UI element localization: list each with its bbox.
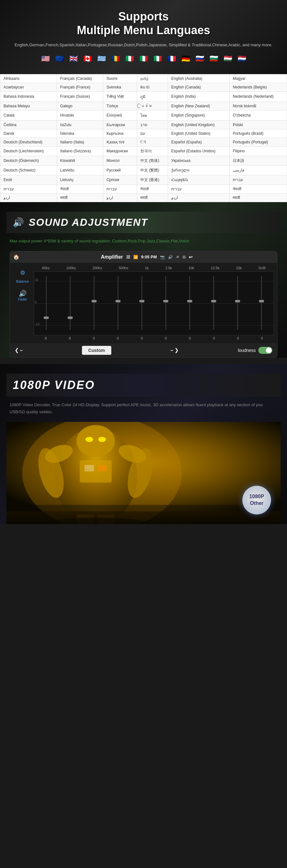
lang-table-cell: English (Singapore) <box>168 110 229 120</box>
amp-prev-button[interactable]: ❮ •• <box>15 347 23 353</box>
eq-slider-thumb[interactable] <box>163 300 168 303</box>
lang-table-row: Deutsch (Liechtenstein)Italiano (Svizzer… <box>0 146 287 156</box>
eq-freq-value: 0 <box>185 336 194 340</box>
lang-table-row: DanskÍslenskaКыргызчаעםEnglish (United S… <box>0 129 287 137</box>
close-icon[interactable]: ✕ <box>176 255 179 259</box>
lang-table-cell: Deutsch (Schweiz) <box>0 165 57 175</box>
eq-slider-thumb[interactable] <box>92 300 97 303</box>
sound-title-text: SOUND ADJUSTMENT <box>29 217 148 228</box>
eq-slider-thumb[interactable] <box>259 300 264 303</box>
flag-it3: 🇮🇹 <box>152 53 163 64</box>
amp-eq-area: 60hz 100hz 200hz 500hz 1k 2.5k 10k 12.5k… <box>34 266 274 340</box>
custom-button[interactable]: Custom <box>82 346 111 355</box>
lang-table-cell: Galego <box>57 101 103 110</box>
eq-slider-track <box>118 276 118 330</box>
lang-table-cell: Français (Canada) <box>57 74 103 83</box>
eq-slider-thumb[interactable] <box>211 300 216 303</box>
lang-table-cell: Polski <box>229 120 287 129</box>
eq-slider-track <box>189 276 190 330</box>
lang-table-cell: Italiano (Italia) <box>57 137 103 146</box>
eq-slider-thumb[interactable] <box>115 300 120 303</box>
lang-table-cell: Eesti <box>0 175 57 185</box>
lang-table-cell: עם <box>137 129 168 137</box>
lang-table-cell: Čeština <box>0 120 57 129</box>
lang-table-row: Bahasa IndonesiaFrançais (Suisse)Tiếng V… <box>0 91 287 101</box>
flag-fr: 🇫🇷 <box>166 53 177 64</box>
lang-table-cell: Azərbaycan <box>0 83 57 91</box>
eq-slider-track <box>142 276 142 330</box>
lang-table-cell: اردو <box>103 193 137 202</box>
camera-icon[interactable]: 📷 <box>160 255 165 259</box>
lang-table-cell: Italiano (Svizzera) <box>57 146 103 156</box>
flag-it1: 🇮🇹 <box>124 53 135 64</box>
lang-table-cell: मराठी <box>57 193 103 202</box>
sound-title-bar: 🔊 SOUND ADJUSTMENT <box>6 212 281 233</box>
eq-freq-value: 0 <box>233 336 243 340</box>
amp-title-area: Amplifier 🖼 📶 9:05 PM 📷 🔊 ✕ ⊟ ↩ <box>101 254 192 260</box>
eq-slider-track <box>70 276 70 330</box>
amp-next-button[interactable]: •• ❯ <box>171 347 179 353</box>
eq-label-10: 10 <box>35 278 38 282</box>
eq-slider-thumb[interactable] <box>139 300 144 303</box>
eq-freq-value: 0 <box>137 336 147 340</box>
lang-table-cell: Deutsch (Liechtenstein) <box>0 146 57 156</box>
eq-slider-thumb[interactable] <box>187 300 192 303</box>
flag-us: 🇺🇸 <box>40 53 51 64</box>
minimize-icon[interactable]: ⊟ <box>182 255 186 259</box>
robot-svg <box>6 422 281 524</box>
eq-slider-thumb[interactable] <box>235 300 240 303</box>
lang-table-cell: Ελληνικά <box>103 110 137 120</box>
flag-ru: 🇷🇺 <box>194 53 205 64</box>
flag-nl: 🇳🇱 <box>236 53 247 64</box>
freq-1k: 1k <box>145 266 149 270</box>
eq-value-labels: 8800000000 <box>34 336 274 340</box>
loudness-toggle[interactable] <box>258 347 272 354</box>
lang-table-cell: Català <box>0 110 57 120</box>
volume-icon[interactable]: 🔊 <box>168 255 173 259</box>
freq-60hz: 60hz <box>42 266 50 270</box>
lang-table-cell: Українська <box>168 156 229 165</box>
flag-ro: 🇷🇴 <box>110 53 121 64</box>
languages-subtitle: English,German,French,Spanish,Italian,Po… <box>6 42 281 48</box>
amplifier-label: Amplifier <box>101 254 123 260</box>
lang-table-cell: ภูมิ <box>137 91 168 101</box>
home-icon[interactable]: 🏠 <box>13 254 20 260</box>
lang-table-cell: Русский <box>103 165 137 175</box>
fader-control: 🔊 Fader <box>18 290 28 301</box>
lang-table-cell: Français (Suisse) <box>57 91 103 101</box>
lang-table-cell: Íslenska <box>57 129 103 137</box>
lang-table-cell: סרב <box>137 120 168 129</box>
wifi-icon[interactable]: 📶 <box>133 255 138 259</box>
lang-table-cell: नेपाली <box>137 185 168 193</box>
lang-table-cell: O'zbekcha <box>229 110 287 120</box>
eq-slider-thumb[interactable] <box>68 316 73 319</box>
eq-label-0: 0 <box>35 301 37 304</box>
eq-slider-track <box>166 276 166 330</box>
badge-1080p: 1080P <box>249 493 264 500</box>
flag-eu: 🇪🇺 <box>53 53 65 64</box>
freq-15k: 15k <box>236 266 242 270</box>
sound-section: 🔊 SOUND ADJUSTMENT Max output power 4*50… <box>0 202 287 358</box>
lang-table-cell: Türkçe <box>103 101 137 110</box>
eq-freq-value: 0 <box>257 336 266 340</box>
eq-slider-thumb[interactable] <box>44 316 49 319</box>
back-icon[interactable]: ↩ <box>189 254 192 260</box>
lang-table-cell: Latviešu <box>57 165 103 175</box>
lang-table-cell: Suomi <box>103 74 137 83</box>
lang-table-cell: Bahasa Melayu <box>0 101 57 110</box>
freq-10k: 10k <box>188 266 194 270</box>
lang-table-cell: मराठी <box>137 193 168 202</box>
lang-table-cell: اردو <box>168 193 229 202</box>
lang-table-cell: Tiếng Việt <box>103 91 137 101</box>
lang-table-cell: Deutsch (Österreich) <box>0 156 57 165</box>
lang-table-cell: 日本語 <box>229 156 287 165</box>
languages-title: Supports Multiple Menu Languaes <box>6 9 281 37</box>
lang-table-cell: English (New Zealand) <box>168 101 229 110</box>
equalizer-icon: ⚙ <box>20 269 25 276</box>
lang-table-cell: עברית <box>168 185 229 193</box>
photo-icon[interactable]: 🖼 <box>126 255 130 259</box>
video-section: 1080P VIDEO 1080P Video Decoder, True Co… <box>0 364 287 524</box>
flag-hu: 🇭🇺 <box>222 53 234 64</box>
lang-table-cell: িই <box>137 137 168 146</box>
lang-table-cell: Српски <box>103 175 137 185</box>
